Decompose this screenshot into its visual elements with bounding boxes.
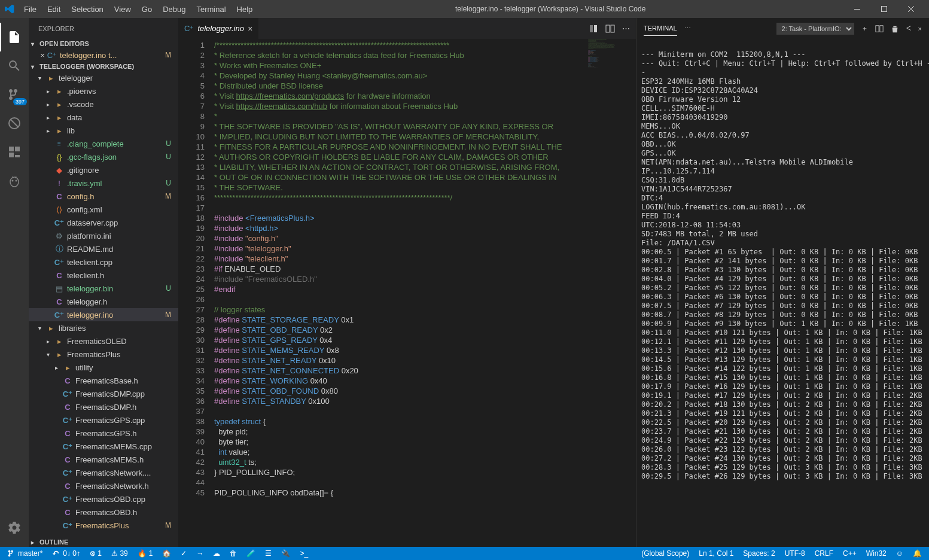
- workspace-header[interactable]: ▾ TELELOGGER (WORKSPACE): [29, 62, 178, 71]
- tree-item[interactable]: ⟨⟩config.xml: [29, 203, 178, 216]
- flame-status[interactable]: 🔥1: [135, 549, 156, 558]
- chevron-up-icon[interactable]: ᐸ: [906, 25, 911, 32]
- tree-item[interactable]: CFreematicsBase.h: [29, 374, 178, 387]
- language-status[interactable]: C++: [840, 549, 859, 558]
- file-icon: C⁺: [54, 258, 65, 267]
- git-branch-status[interactable]: master*: [5, 549, 45, 558]
- feedback-icon[interactable]: ☺: [894, 549, 906, 558]
- close-icon[interactable]: ×: [38, 51, 47, 60]
- split-terminal-icon[interactable]: [875, 25, 884, 33]
- tree-item[interactable]: ▸▸lib: [29, 124, 178, 137]
- tree-item[interactable]: ▤telelogger.binU: [29, 282, 178, 295]
- menu-go[interactable]: Go: [137, 2, 157, 16]
- tree-item[interactable]: C⁺FreematicsNetwork....: [29, 466, 178, 479]
- pio-remote-icon[interactable]: ☁: [211, 549, 223, 558]
- pio-serial-icon[interactable]: 🔌: [279, 549, 293, 558]
- file-icon: C: [54, 297, 65, 306]
- open-editor-item[interactable]: × C⁺ telelogger.ino t... M: [29, 48, 178, 62]
- tree-item[interactable]: ▾▸FreematicsPlus: [29, 348, 178, 361]
- pio-terminal-icon[interactable]: >_: [297, 549, 310, 558]
- tree-item[interactable]: Cteleclient.h: [29, 269, 178, 282]
- warnings-status[interactable]: ⚠ 39: [109, 549, 130, 558]
- terminal-task-select[interactable]: 2: Task - PlatformIO: Mo: [776, 23, 854, 35]
- tree-item[interactable]: CFreematicsOBD.h: [29, 506, 178, 519]
- activity-debug[interactable]: [0, 109, 29, 138]
- pio-tasks-icon[interactable]: ☰: [263, 549, 274, 558]
- activity-settings[interactable]: [0, 513, 29, 542]
- eol-status[interactable]: CRLF: [812, 549, 836, 558]
- terminal-tab[interactable]: TERMINAL: [644, 21, 677, 36]
- activity-explorer[interactable]: [0, 23, 29, 51]
- tree-item[interactable]: ▸▸.vscode: [29, 98, 178, 111]
- tree-item[interactable]: ◆.gitignore: [29, 163, 178, 176]
- scope-status[interactable]: (Global Scope): [639, 549, 692, 558]
- tree-item[interactable]: C⁺FreematicsPlusM: [29, 519, 178, 532]
- open-editors-header[interactable]: ▾ OPEN EDITORS: [29, 39, 178, 48]
- cursor-position[interactable]: Ln 1, Col 1: [696, 549, 736, 558]
- code-area[interactable]: /***************************************…: [214, 39, 588, 547]
- minimize-button[interactable]: [843, 0, 870, 18]
- errors-status[interactable]: ⊗ 1: [87, 549, 104, 558]
- activity-search[interactable]: [0, 51, 29, 80]
- notifications-icon[interactable]: 🔔: [910, 549, 924, 558]
- tree-item[interactable]: !.travis.ymlU: [29, 176, 178, 190]
- menu-debug[interactable]: Debug: [158, 2, 190, 16]
- tree-item[interactable]: C⁺FreematicsDMP.cpp: [29, 387, 178, 400]
- sync-status[interactable]: 0↓ 0↑: [50, 549, 83, 558]
- tree-item[interactable]: CFreematicsDMP.h: [29, 400, 178, 413]
- editor-content[interactable]: 1234567891011121314151617181920212223242…: [178, 39, 636, 547]
- split-editor-icon[interactable]: [605, 24, 615, 34]
- tree-item[interactable]: C⁺dataserver.cpp: [29, 216, 178, 229]
- tree-item[interactable]: ▸▸data: [29, 111, 178, 124]
- close-icon[interactable]: ×: [248, 24, 252, 34]
- pio-build-icon[interactable]: ✓: [178, 549, 189, 558]
- tree-item[interactable]: ▸▸FreematicsOLED: [29, 334, 178, 348]
- editor-tab[interactable]: C⁺ telelogger.ino ×: [178, 18, 258, 39]
- tree-item[interactable]: C⁺FreematicsOBD.cpp: [29, 492, 178, 506]
- menu-file[interactable]: File: [19, 2, 41, 16]
- maximize-button[interactable]: [870, 0, 897, 18]
- menu-terminal[interactable]: Terminal: [191, 2, 230, 16]
- more-icon[interactable]: ⋯: [684, 25, 691, 32]
- tree-item[interactable]: C⁺FreematicsMEMS.cpp: [29, 440, 178, 453]
- tree-item[interactable]: ▸▸.pioenvs: [29, 84, 178, 98]
- tree-item[interactable]: C⁺FreematicsGPS.cpp: [29, 413, 178, 427]
- activity-platformio[interactable]: [0, 166, 29, 195]
- menu-view[interactable]: View: [109, 2, 136, 16]
- tree-item[interactable]: C⁺telelogger.inoM: [29, 308, 178, 321]
- tree-item[interactable]: C⁺teleclient.cpp: [29, 255, 178, 269]
- more-icon[interactable]: ⋯: [622, 24, 630, 34]
- pio-home-icon[interactable]: 🏠: [160, 549, 173, 558]
- pio-clean-icon[interactable]: 🗑: [227, 549, 239, 558]
- tree-item[interactable]: ▾▸libraries: [29, 321, 178, 334]
- outline-header[interactable]: ▸ OUTLINE: [29, 537, 178, 547]
- platform-status[interactable]: Win32: [864, 549, 889, 558]
- pio-test-icon[interactable]: 🧪: [244, 549, 258, 558]
- tree-item[interactable]: ⓘREADME.md: [29, 242, 178, 255]
- close-button[interactable]: [897, 0, 924, 18]
- new-terminal-icon[interactable]: ＋: [861, 24, 868, 33]
- trash-icon[interactable]: [891, 25, 899, 33]
- tree-item[interactable]: CFreematicsNetwork.h: [29, 479, 178, 492]
- tree-item[interactable]: ▸▸utility: [29, 361, 178, 374]
- activity-extensions[interactable]: [0, 138, 29, 166]
- tree-item[interactable]: ⚙platformio.ini: [29, 229, 178, 242]
- tree-item[interactable]: ≡.clang_completeU: [29, 137, 178, 150]
- close-panel-icon[interactable]: ×: [918, 25, 922, 32]
- tree-item[interactable]: Ctelelogger.h: [29, 295, 178, 308]
- tree-item[interactable]: ▾▸telelogger: [29, 71, 178, 84]
- minimap[interactable]: /***************************************…: [588, 39, 636, 547]
- tree-item[interactable]: {}.gcc-flags.jsonU: [29, 150, 178, 163]
- activity-scm[interactable]: 397: [0, 80, 29, 109]
- tree-item[interactable]: CFreematicsGPS.h: [29, 427, 178, 440]
- indentation-status[interactable]: Spaces: 2: [741, 549, 777, 558]
- tree-item[interactable]: Cconfig.hM: [29, 190, 178, 203]
- terminal-output[interactable]: --- Miniterm on COM2 115200,8,N,1 --- --…: [636, 39, 929, 547]
- compare-icon[interactable]: [589, 24, 598, 34]
- menu-selection[interactable]: Selection: [66, 2, 108, 16]
- tree-item[interactable]: CFreematicsMEMS.h: [29, 453, 178, 466]
- pio-upload-icon[interactable]: →: [194, 549, 206, 558]
- encoding-status[interactable]: UTF-8: [782, 549, 808, 558]
- menu-help[interactable]: Help: [232, 2, 258, 16]
- menu-edit[interactable]: Edit: [42, 2, 65, 16]
